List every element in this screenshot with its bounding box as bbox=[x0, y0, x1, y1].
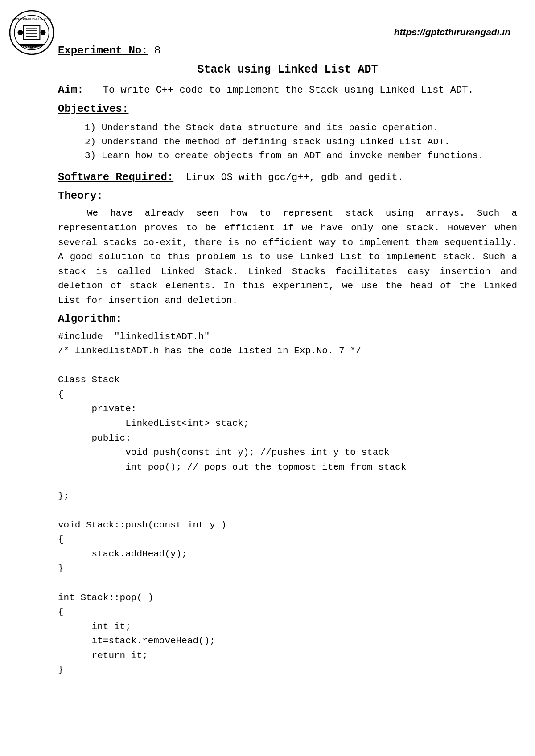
document-title: Stack using Linked List ADT bbox=[58, 61, 517, 79]
objective-item: 1) Understand the Stack data structure a… bbox=[85, 121, 517, 135]
aim-section: Aim: To write C++ code to implement the … bbox=[58, 82, 517, 98]
objectives-section: Objectives: 1) Understand the Stack data… bbox=[58, 101, 517, 166]
experiment-label: Experiment No: bbox=[58, 45, 148, 57]
objectives-list: 1) Understand the Stack data structure a… bbox=[58, 121, 517, 166]
experiment-number: 8 bbox=[154, 45, 160, 57]
svg-point-9 bbox=[40, 30, 45, 35]
svg-text:GOVERNMENT POLYTECHNIC: GOVERNMENT POLYTECHNIC bbox=[12, 17, 52, 20]
theory-body: We have already seen how to represent st… bbox=[58, 206, 517, 308]
software-required-section: Software Required: Linux OS with gcc/g++… bbox=[58, 169, 517, 186]
theory-section: Theory: We have already seen how to repr… bbox=[58, 188, 517, 308]
algorithm-label: Algorithm: bbox=[58, 311, 517, 327]
page-url: https://gptcthirurangadi.in bbox=[394, 25, 510, 40]
institution-logo: GOVERNMENT POLYTECHNIC MALAPPURAM bbox=[9, 10, 54, 55]
document-content: Experiment No: 8 Stack using Linked List… bbox=[58, 13, 517, 678]
svg-point-8 bbox=[17, 30, 23, 35]
software-required-label: Software Required: bbox=[58, 171, 173, 183]
software-required-text: Linux OS with gcc/g++, gdb and gedit. bbox=[185, 172, 403, 183]
experiment-number-line: Experiment No: 8 bbox=[58, 42, 517, 59]
aim-label: Aim: bbox=[58, 84, 84, 96]
algorithm-code: #include "linkedlistADT.h" /* linkedlist… bbox=[58, 330, 517, 678]
algorithm-section: Algorithm: #include "linkedlistADT.h" /*… bbox=[58, 311, 517, 678]
svg-text:MALAPPURAM: MALAPPURAM bbox=[24, 45, 40, 48]
aim-text: To write C++ code to implement the Stack… bbox=[103, 85, 474, 96]
objective-item: 3) Learn how to create objects from an A… bbox=[85, 149, 517, 163]
objectives-label: Objectives: bbox=[58, 101, 517, 119]
theory-label: Theory: bbox=[58, 188, 517, 204]
objective-item: 2) Understand the method of defining sta… bbox=[85, 135, 517, 149]
